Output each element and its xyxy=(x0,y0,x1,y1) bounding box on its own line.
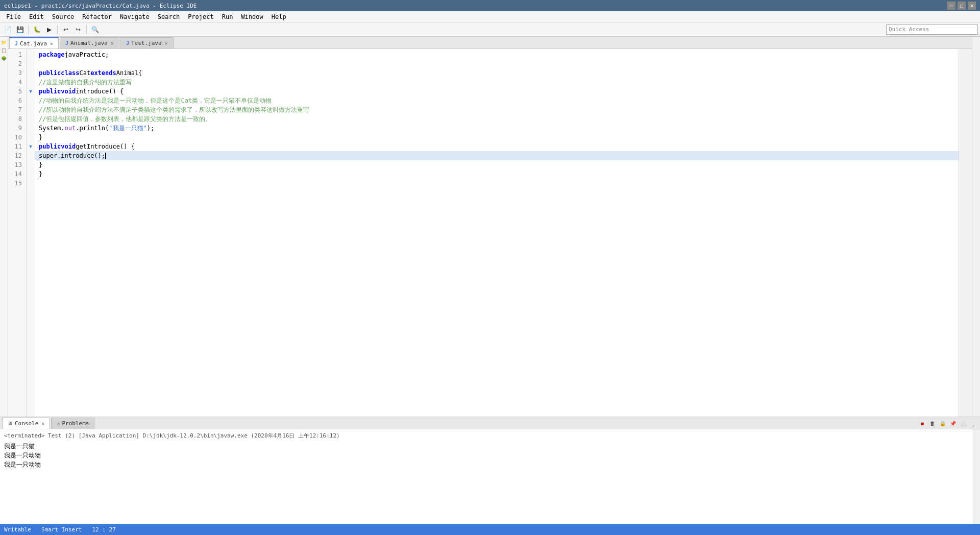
token-10-0: } xyxy=(39,133,42,142)
tab-cat-java-label: Cat.java xyxy=(20,40,47,47)
sidebar-outline-icon[interactable]: 📋 xyxy=(1,47,8,54)
console-clear-button[interactable]: 🗑 xyxy=(928,419,937,428)
tab-animal-java-close[interactable]: ✕ xyxy=(111,40,114,46)
toolbar-save-button[interactable]: 💾 xyxy=(14,24,26,35)
token-3-0: public xyxy=(39,68,61,78)
animal-java-icon: J xyxy=(65,40,68,46)
toolbar-new-button[interactable]: 📄 xyxy=(2,24,13,35)
console-output: 我是一只猫我是一只动物我是一只动物 xyxy=(4,442,969,469)
fold-cell-13 xyxy=(27,160,35,169)
code-line-7[interactable]: //所以动物的自我介绍方法不满足子类猫这个类的需求了，所以改写方法里面的类容这叫… xyxy=(35,105,959,114)
menu-item-file[interactable]: File xyxy=(2,12,25,21)
menu-item-run[interactable]: Run xyxy=(218,12,237,21)
right-sidebar xyxy=(972,37,980,417)
toolbar-debug-button[interactable]: 🐛 xyxy=(31,24,42,35)
console-maximize-button[interactable]: ⬜ xyxy=(959,419,968,428)
toolbar-run-button[interactable]: ▶ xyxy=(43,24,55,35)
fold-cell-10 xyxy=(27,133,35,142)
quick-access-label: Quick Access xyxy=(889,26,929,33)
tab-test-java[interactable]: J Test.java ✕ xyxy=(120,37,174,48)
console-content: <terminated> Test (2) [Java Application]… xyxy=(0,429,973,524)
menu-item-edit[interactable]: Edit xyxy=(25,12,48,21)
menu-item-refactor[interactable]: Refactor xyxy=(78,12,116,21)
code-line-11[interactable]: public void getIntroduce() { xyxy=(35,142,959,151)
minimize-button[interactable]: ─ xyxy=(947,2,955,10)
fold-cell-1 xyxy=(27,50,35,59)
token-4-0: //这里做猫的自我介绍的方法重写 xyxy=(39,78,132,87)
menu-item-search[interactable]: Search xyxy=(154,12,184,21)
bottom-content: <terminated> Test (2) [Java Application]… xyxy=(0,429,980,524)
token-3-1: class xyxy=(61,68,79,78)
code-line-15[interactable] xyxy=(35,179,959,188)
line-num-7: 7 xyxy=(8,105,24,114)
status-insert-mode: Smart Insert xyxy=(41,526,82,533)
console-pin-button[interactable]: 📌 xyxy=(948,419,958,428)
console-tab-close[interactable]: ✕ xyxy=(41,421,44,426)
test-java-icon: J xyxy=(126,40,129,46)
console-minimize-button[interactable]: _ xyxy=(969,419,978,428)
toolbar-search-button[interactable]: 🔍 xyxy=(89,24,101,35)
sidebar-hierarchy-icon[interactable]: 🌳 xyxy=(1,55,8,62)
line-num-15: 15 xyxy=(8,179,24,188)
console-toolbar: ■ 🗑 🔒 📌 ⬜ _ xyxy=(918,419,978,429)
token-1-0: package xyxy=(39,50,65,59)
console-tab-console[interactable]: 🖥 Console ✕ xyxy=(2,418,50,429)
console-tab-label: Console xyxy=(15,420,38,427)
token-11-3: getIntroduce() { xyxy=(76,142,135,151)
text-cursor xyxy=(105,153,106,159)
code-line-4[interactable]: //这里做猫的自我介绍的方法重写 xyxy=(35,78,959,87)
toolbar: 📄 💾 🐛 ▶ ↩ ↪ 🔍 Quick Access xyxy=(0,22,980,37)
token-7-0: //所以动物的自我介绍方法不满足子类猫这个类的需求了，所以改写方法里面的类容这叫… xyxy=(39,105,309,114)
toolbar-undo-button[interactable]: ↩ xyxy=(60,24,71,35)
code-line-6[interactable]: //动物的自我介绍方法是我是一只动物，但是这个是Cat类，它是一只猫不单仅是动物 xyxy=(35,96,959,105)
quick-access-box[interactable]: Quick Access xyxy=(886,25,978,35)
fold-cell-2 xyxy=(27,59,35,68)
editor-area[interactable]: 123456789101112131415 ▼▼ package javaPra… xyxy=(8,49,972,417)
toolbar-redo-button[interactable]: ↪ xyxy=(72,24,84,35)
annotation-bar xyxy=(959,49,965,417)
console-scroll-lock-button[interactable]: 🔒 xyxy=(938,419,947,428)
code-line-13[interactable]: } xyxy=(35,160,959,169)
menu-item-project[interactable]: Project xyxy=(184,12,218,21)
code-line-14[interactable]: } xyxy=(35,169,959,179)
menu-item-navigate[interactable]: Navigate xyxy=(116,12,154,21)
menu-item-source[interactable]: Source xyxy=(48,12,78,21)
line-num-14: 14 xyxy=(8,169,24,179)
code-line-3[interactable]: public class Cat extends Animal{ xyxy=(35,68,959,78)
token-3-3: extends xyxy=(90,68,116,78)
token-9-4: ); xyxy=(147,124,154,133)
console-stop-button[interactable]: ■ xyxy=(918,419,927,428)
token-14-0: } xyxy=(39,169,42,179)
problems-tab-label: Problems xyxy=(62,420,89,427)
tab-cat-java-close[interactable]: ✕ xyxy=(50,41,53,46)
line-num-13: 13 xyxy=(8,160,24,169)
code-line-1[interactable]: package javaPractic; xyxy=(35,50,959,59)
tab-test-java-close[interactable]: ✕ xyxy=(165,40,168,46)
code-line-10[interactable]: } xyxy=(35,133,959,142)
code-line-5[interactable]: public void introduce() { xyxy=(35,87,959,96)
title-bar-controls: ─ □ ✕ xyxy=(947,2,976,10)
code-line-9[interactable]: System.out.println("我是一只猫"); xyxy=(35,124,959,133)
console-tab-problems[interactable]: ⚠ Problems xyxy=(51,418,94,429)
fold-cell-5[interactable]: ▼ xyxy=(27,87,35,96)
menu-item-help[interactable]: Help xyxy=(267,12,290,21)
console-scrollbar[interactable] xyxy=(973,429,980,524)
fold-cell-11[interactable]: ▼ xyxy=(27,142,35,151)
toolbar-sep-1 xyxy=(28,25,29,34)
code-area[interactable]: package javaPractic;public class Cat ext… xyxy=(35,49,959,417)
menu-item-window[interactable]: Window xyxy=(237,12,267,21)
token-3-2: Cat xyxy=(79,68,90,78)
token-9-0: System. xyxy=(39,124,65,133)
fold-cell-6 xyxy=(27,96,35,105)
line-num-3: 3 xyxy=(8,68,24,78)
editor-scrollbar[interactable] xyxy=(965,49,972,417)
code-line-2[interactable] xyxy=(35,59,959,68)
code-line-8[interactable]: //但是包括返回值，参数列表，他都是跟父类的方法是一致的。 xyxy=(35,114,959,124)
maximize-button[interactable]: □ xyxy=(958,2,966,10)
tab-cat-java[interactable]: J Cat.java ✕ xyxy=(9,37,59,48)
close-button[interactable]: ✕ xyxy=(968,2,976,10)
tab-animal-java[interactable]: J Animal.java ✕ xyxy=(60,37,119,48)
sidebar-package-explorer-icon[interactable]: 📁 xyxy=(1,39,8,46)
code-line-12[interactable]: super.introduce(); xyxy=(35,151,959,160)
tab-bar: J Cat.java ✕ J Animal.java ✕ J Test.java… xyxy=(8,37,972,49)
